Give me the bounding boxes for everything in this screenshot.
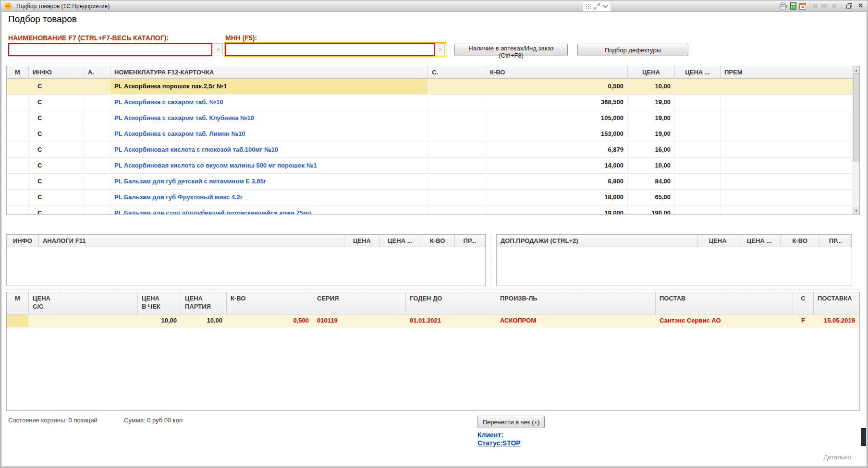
batches-table[interactable]: МЦЕНА С/СЦЕНА В ЧЕКЦЕНА ПАРТИЯК-ВОСЕРИЯГ… [6,292,860,411]
cell[interactable] [721,174,854,190]
cell[interactable] [428,190,486,205]
cell[interactable] [7,126,29,142]
cell[interactable]: F [793,314,814,327]
cell[interactable]: 14,000 [486,158,628,174]
cell[interactable] [721,158,854,174]
column-header[interactable]: ЦЕНА ... [675,66,721,79]
scroll-up-icon[interactable]: ▲ [853,66,859,73]
cell[interactable] [675,110,721,126]
cell[interactable] [84,79,110,95]
column-header[interactable]: ЦЕНА ПАРТИЯ [181,292,227,314]
batch-row[interactable]: 10,0010,000,50001011901.01.2021АСКОПРОМС… [7,314,859,327]
cell[interactable] [7,158,29,174]
cell[interactable] [7,79,29,95]
cell[interactable]: PL Аскорбинка с сахаром таб. №10 [110,95,428,110]
cell[interactable]: PL Бальзам для губ детский с витамином Е… [110,174,428,190]
cell[interactable]: 15.05.2019 [814,314,859,327]
column-header[interactable]: ПРЕМ [721,66,854,79]
cell[interactable]: 0,500 [486,79,628,95]
cell[interactable] [84,110,110,126]
cell[interactable] [428,174,486,190]
cell[interactable]: PL Аскорбинка с сахаром таб. Клубника №1… [110,110,428,126]
catalog-row[interactable]: СPL Аскорбинка с сахаром таб. Клубника №… [7,110,859,126]
upsell-table[interactable]: ДОП.ПРОДАЖИ (CTRL+2)ЦЕНАЦЕНА ...К-ВОПР..… [496,234,852,286]
cell[interactable]: С [29,205,84,215]
cell[interactable] [84,95,110,110]
cell[interactable] [7,314,29,327]
cell[interactable] [721,110,854,126]
cell[interactable] [428,158,486,174]
cell[interactable] [721,205,854,215]
column-header[interactable]: НОМЕНКЛАТУРА F12-КАРТОЧКА [110,66,428,79]
chevron-down-icon[interactable] [602,4,608,8]
cell[interactable]: 18,000 [486,190,628,205]
cell[interactable]: 190,00 [628,205,675,215]
analogs-table[interactable]: ИНФОАНАЛОГИ F11ЦЕНАЦЕНА ...К-ВОПР... [6,234,486,286]
column-header[interactable]: ПОСТАВ [656,292,793,314]
cell[interactable]: 0,500 [227,314,313,327]
cell[interactable] [675,190,721,205]
cell[interactable]: 16,00 [628,142,675,158]
mnn-search-input[interactable] [225,43,435,56]
cell[interactable]: Сантэнс Сервис АО [656,314,793,327]
cell[interactable] [428,142,486,158]
calculator-icon[interactable] [790,2,796,10]
memory-m-button[interactable]: M [812,3,818,9]
cell[interactable]: С [29,126,84,142]
column-header[interactable]: ДОП.ПРОДАЖИ (CTRL+2) [497,235,698,247]
close-icon[interactable]: ✕ [856,1,865,11]
column-header[interactable]: К-ВО [486,66,628,79]
column-header[interactable]: ПРОИЗВ-ЛЬ [496,292,656,314]
memory-mplus-button[interactable]: M+ [820,3,829,9]
cell[interactable] [84,205,110,215]
mnn-clear-button[interactable]: × [436,43,445,56]
cell[interactable] [721,190,854,205]
column-header[interactable]: К-ВО [781,235,819,247]
cell[interactable]: 01.01.2021 [406,314,496,327]
column-header[interactable]: ЦЕНА С/С [29,292,138,314]
cell[interactable] [84,190,110,205]
cell[interactable] [7,142,29,158]
transfer-to-check-button[interactable]: Перенести в чек (+) [477,416,545,428]
catalog-body[interactable]: СPL Аскорбинка порошок пак.2,5г №10,5001… [7,79,859,215]
catalog-row[interactable]: СPL Бальзам для губ детский с витамином … [7,174,859,190]
catalog-row[interactable]: СPL Аскорбиновая кислота со вкусом малин… [7,158,859,174]
cell[interactable] [84,174,110,190]
cell[interactable]: PL Аскорбиновая кислота со вкусом малины… [110,158,428,174]
cell[interactable]: PL Аскорбинка порошок пак.2,5г №1 [110,79,428,95]
expand-icon[interactable] [594,3,600,10]
cell[interactable]: 010119 [313,314,406,327]
catalog-row[interactable]: СPL Бальзам для стоп д/огрубевшей потрес… [7,205,859,215]
catalog-scrollbar[interactable]: ▲ ▼ [853,66,859,214]
cell[interactable] [675,126,721,142]
defektura-button[interactable]: Подбор дефектуры [577,44,688,56]
cell[interactable]: 10,00 [181,314,227,327]
column-header[interactable]: ПР... [819,235,852,247]
cell[interactable]: С [29,174,84,190]
column-header[interactable]: ЦЕНА В ЧЕК [138,292,181,314]
cell[interactable]: 65,00 [628,190,675,205]
cell[interactable] [84,158,110,174]
cell[interactable]: АСКОПРОМ [496,314,656,327]
cell[interactable] [84,142,110,158]
column-header[interactable]: ПР... [455,235,485,247]
cell[interactable]: С [29,110,84,126]
cell[interactable] [675,174,721,190]
column-header[interactable]: ЦЕНА [698,235,738,247]
status-stop-link[interactable]: Статус:STOP [477,439,521,447]
cell[interactable] [675,142,721,158]
cell[interactable]: С [29,190,84,205]
cell[interactable]: 105,000 [486,110,628,126]
cell[interactable] [675,158,721,174]
restore-window-icon[interactable] [845,3,854,9]
name-clear-button[interactable]: × [214,43,223,56]
cell[interactable]: 84,00 [628,174,675,190]
horizontal-splitter[interactable] [6,289,860,289]
catalog-row[interactable]: СPL Аскорбиновая кислота с глюкозой таб.… [7,142,859,158]
cell[interactable]: 19,000 [486,205,628,215]
column-header[interactable]: К-ВО [227,292,313,314]
cell[interactable]: 368,500 [486,95,628,110]
dotted-grid-icon[interactable] [586,3,591,9]
column-header[interactable]: ЦЕНА ... [738,235,781,247]
cell[interactable]: PL Аскорбиновая кислота с глюкозой таб.1… [110,142,428,158]
